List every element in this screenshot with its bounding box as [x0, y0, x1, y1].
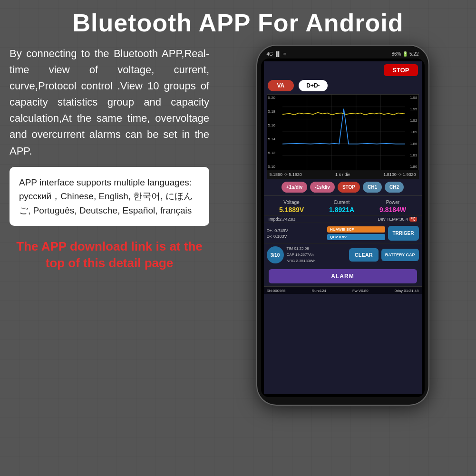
temp-badge: ℃: [409, 217, 417, 222]
stop-button-ctrl[interactable]: STOP: [338, 182, 360, 193]
stats-row: 3/10 TIM 01:25:08 CAP 19.2677Ah NRG 2.35…: [264, 243, 422, 266]
alarm-row: ALARM: [264, 266, 422, 286]
download-text: The APP download link is at the top of t…: [10, 238, 209, 272]
current-value: 1.8921A: [329, 206, 354, 214]
dp-minus: D-: 0.103V: [267, 234, 325, 239]
dp-values: D+: 0.749V D-: 0.103V: [267, 228, 325, 239]
chart-range-row: 5.1860 -> 5.1920 1 s / div 1.8100 -> 1.9…: [267, 170, 419, 179]
dp-plus: D+: 0.749V: [267, 228, 325, 233]
range-mid: 1 s / div: [335, 172, 350, 177]
stats-group-circle: 3/10: [267, 246, 284, 263]
minus-div-button[interactable]: -1s/div: [310, 182, 335, 193]
stats-nrg: NRG 2.35183Wh: [287, 258, 346, 264]
stats-tim: TIM 01:25:08: [287, 246, 346, 252]
status-sn: SN:000985: [267, 289, 286, 293]
status-time: 0day 01:21:48: [395, 289, 419, 293]
range-right: 1.8100 -> 1.9320: [383, 172, 416, 177]
chart-y-right-axis: 1.98 1.95 1.92 1.89 1.86 1.83 1.80: [405, 95, 418, 170]
phone-wrapper: 4G ▐▌ ≋ 86% 🔋 5:22 STOP: [219, 46, 466, 405]
plus-div-button[interactable]: +1s/div: [282, 182, 307, 193]
status-run: Run:124: [312, 289, 326, 293]
ch1-button[interactable]: CH1: [363, 182, 382, 193]
dev-temp: Dev TEMP:30.4 ℃: [378, 217, 417, 222]
tab-row: VA D+D-: [264, 78, 422, 94]
phone-mockup: 4G ▐▌ ≋ 86% 🔋 5:22 STOP: [257, 46, 428, 405]
app-top-bar: STOP: [264, 61, 422, 78]
chart-container: 5.20 5.18 5.16 5.14 5.12 5.10 1.98 1.95 …: [267, 94, 419, 170]
page-title: Bluetooth APP For Android: [10, 9, 466, 37]
control-buttons-row: +1s/div -1s/div STOP CH1 CH2: [264, 179, 422, 195]
dp-row: D+: 0.749V D-: 0.103V HUAWEI SCP QC2.0 5…: [264, 223, 422, 243]
chart-y-left-axis: 5.20 5.18 5.16 5.14 5.12 5.10: [267, 95, 282, 170]
current-metric: Current 1.8921A: [329, 200, 354, 214]
language-box: APP interface supports multiple language…: [10, 167, 209, 226]
main-description: By connecting to the Bluetooth APP,Real-…: [10, 46, 209, 159]
impedance-row: Impd:2.7423Ω Dev TEMP:30.4 ℃: [264, 215, 422, 223]
metrics-row: Voltage 5.1889V Current 1.8921A Power 9.…: [264, 195, 422, 215]
impedance-value: Impd:2.7423Ω: [269, 217, 296, 222]
tab-dpd[interactable]: D+D-: [299, 80, 327, 91]
signal-icons: 4G ▐▌ ≋: [267, 51, 286, 57]
range-left: 5.1860 -> 5.1920: [270, 172, 302, 177]
current-label: Current: [334, 200, 350, 205]
voltage-label: Voltage: [283, 200, 299, 205]
voltage-metric: Voltage 5.1889V: [279, 200, 304, 214]
language-description: APP interface supports multiple language…: [19, 175, 200, 217]
clear-button[interactable]: CLEAR: [349, 248, 379, 262]
battery-cap-button[interactable]: BATTERY CAP: [381, 249, 419, 261]
stop-button-top[interactable]: STOP: [384, 64, 418, 76]
phone-screen: STOP VA D+D- 5.20 5.18 5.16: [261, 58, 425, 397]
app-status-bar: SN:000985 Run:124 Fw:V0.80 0day 01:21:48: [264, 286, 422, 294]
battery-time: 86% 🔋 5:22: [391, 51, 418, 57]
voltage-value: 5.1889V: [279, 206, 304, 214]
trriger-button[interactable]: TRRIGER: [388, 226, 419, 241]
chart-svg-area: [282, 95, 405, 170]
power-value: 9.8184W: [379, 206, 406, 214]
protocol-qc: QC2.0 5V: [327, 234, 385, 240]
tab-va[interactable]: VA: [268, 80, 294, 91]
protocol-badges: HUAWEI SCP QC2.0 5V: [327, 226, 385, 240]
power-label: Power: [386, 200, 399, 205]
protocol-huawei: HUAWEI SCP: [327, 226, 385, 233]
app-ui: STOP VA D+D- 5.20 5.18 5.16: [264, 61, 422, 394]
power-metric: Power 9.8184W: [379, 200, 406, 214]
ch2-button[interactable]: CH2: [385, 182, 404, 193]
alarm-button[interactable]: ALARM: [269, 269, 417, 283]
phone-status-bar-top: 4G ▐▌ ≋ 86% 🔋 5:22: [261, 51, 425, 58]
stats-text: TIM 01:25:08 CAP 19.2677Ah NRG 2.35183Wh: [287, 246, 346, 264]
stats-cap: CAP 19.2677Ah: [287, 252, 346, 258]
status-fw: Fw:V0.80: [352, 289, 369, 293]
